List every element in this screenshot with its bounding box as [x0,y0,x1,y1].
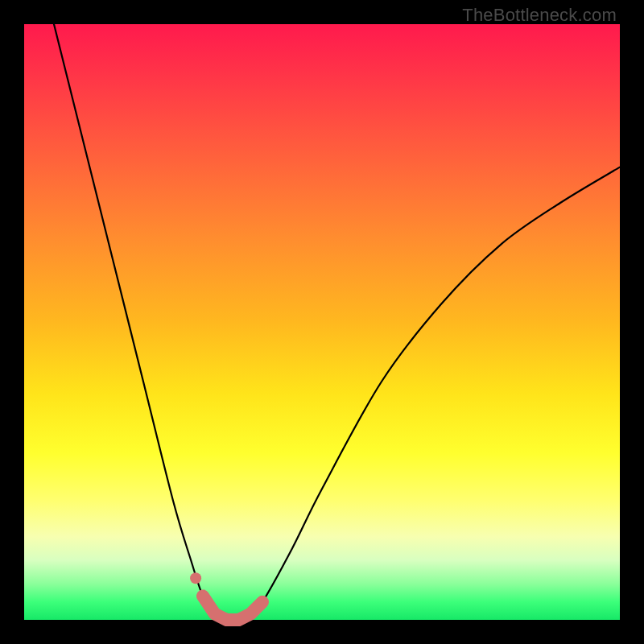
chart-frame: TheBottleneck.com [0,0,644,644]
bottleneck-curve [54,24,620,621]
highlight-dot [190,572,201,584]
highlight-stroke [203,596,262,620]
chart-svg [24,24,620,620]
watermark-text: TheBottleneck.com [462,5,617,26]
highlight-dots [190,572,262,620]
plot-area [24,24,620,620]
